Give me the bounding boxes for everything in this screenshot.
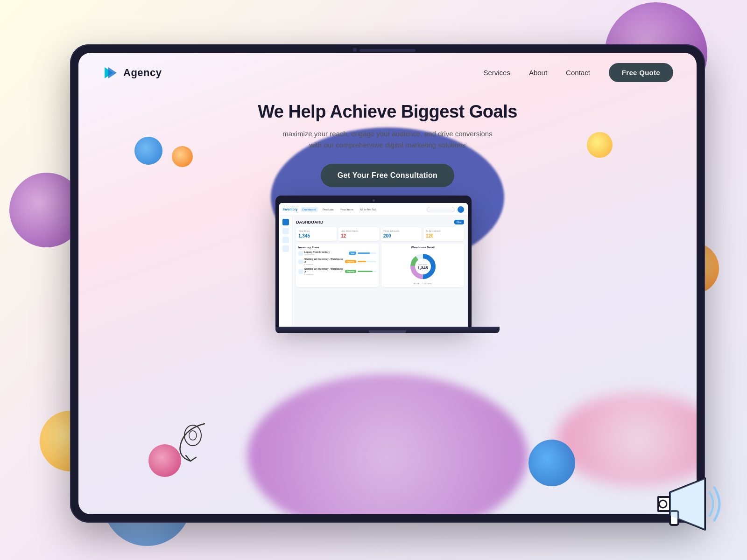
plan-bar-2 bbox=[358, 261, 376, 262]
dash-filter-button[interactable]: Filter bbox=[454, 220, 464, 224]
tablet-screen: Agency Services About Contact Free Quote… bbox=[78, 53, 697, 514]
sidebar-chart-icon[interactable] bbox=[282, 237, 289, 243]
dash-page-title: DASHBOARD bbox=[296, 220, 324, 224]
dash-plan-row-1: Legacy Train Inventory 10 products New bbox=[298, 251, 376, 256]
laptop-mockup: Inventory Dashboard Products Your Items … bbox=[78, 196, 697, 333]
dash-logo: Inventory bbox=[283, 208, 298, 211]
logo-text: Agency bbox=[123, 67, 162, 79]
dash-card-deliver: To be delivered 200 bbox=[381, 227, 422, 241]
donut-chart: Total Items 1,345 bbox=[409, 252, 437, 280]
dash-card-total-label: Total Items bbox=[298, 230, 334, 232]
laptop-camera-dot bbox=[373, 199, 375, 202]
plan-name-2: Starting W4 Inventory - Warehouse A bbox=[304, 258, 344, 263]
dash-card-lowstock: Low-Stock Items 12 bbox=[338, 227, 379, 241]
dash-warehouse-card: Warehouse Detail bbox=[381, 244, 464, 287]
dash-sidebar bbox=[279, 216, 292, 327]
dash-card-deliver-label: To be delivered bbox=[383, 230, 419, 232]
dash-warehouse-title: Warehouse Detail bbox=[411, 246, 434, 249]
dash-bottom-section: Inventory Plans Legacy Train Inventory 1… bbox=[296, 244, 464, 287]
laptop-base bbox=[275, 327, 500, 333]
inner-blob-purple bbox=[247, 374, 528, 514]
dash-avatar[interactable] bbox=[458, 206, 464, 213]
nav-about[interactable]: About bbox=[529, 69, 547, 77]
dash-card-lowstock-value: 12 bbox=[341, 233, 377, 238]
laptop-frame: Inventory Dashboard Products Your Items … bbox=[275, 196, 472, 327]
plan-sub-1: 10 products bbox=[304, 253, 347, 256]
dash-card-order-label: To be ordered bbox=[426, 230, 462, 232]
hero-title: We Help Achieve Biggest Goals bbox=[97, 102, 678, 122]
plan-icon-1 bbox=[298, 251, 303, 256]
logo-area[interactable]: Agency bbox=[102, 64, 162, 81]
plan-text-3: Starting W4 Inventory - Warehouse A 8 pr… bbox=[304, 267, 344, 275]
dash-plans-title: Inventory Plans bbox=[298, 246, 376, 249]
free-quote-button[interactable]: Free Quote bbox=[609, 63, 673, 82]
dash-card-lowstock-label: Low-Stock Items bbox=[341, 230, 377, 232]
dash-body: DASHBOARD Filter Total Items 1,345 bbox=[279, 216, 468, 327]
plan-bar-1 bbox=[358, 252, 376, 254]
tablet-notch bbox=[359, 49, 416, 52]
arrow-doodle bbox=[162, 419, 218, 468]
donut-total-value: 1,345 bbox=[417, 266, 428, 270]
donut-total-label: Total Items bbox=[417, 263, 428, 266]
dash-nav-products[interactable]: Products bbox=[321, 207, 336, 212]
sidebar-box-icon[interactable] bbox=[282, 228, 289, 234]
dash-card-total-value: 1,345 bbox=[298, 233, 334, 238]
plan-badge-3: Ongoing bbox=[345, 270, 356, 273]
dash-nav-all-tab[interactable]: All In-My-Tab bbox=[358, 207, 378, 212]
dash-plan-row-2: Starting W4 Inventory - Warehouse A 8 pr… bbox=[298, 258, 376, 266]
dash-main: DASHBOARD Filter Total Items 1,345 bbox=[292, 216, 468, 327]
inner-ball-blue-r bbox=[529, 440, 575, 486]
sidebar-settings-icon[interactable] bbox=[282, 245, 289, 252]
dash-stats-cards: Total Items 1,345 Low-Stock Items 12 bbox=[296, 227, 464, 241]
logo-icon bbox=[102, 64, 119, 81]
hero-section: We Help Achieve Biggest Goals maximize y… bbox=[78, 92, 697, 187]
dash-card-total: Total Items 1,345 bbox=[296, 227, 337, 241]
dash-inventory-plans: Inventory Plans Legacy Train Inventory 1… bbox=[296, 244, 379, 287]
tablet-frame: Agency Services About Contact Free Quote… bbox=[70, 44, 705, 523]
dash-card-order-value: 120 bbox=[426, 233, 462, 238]
dash-nav-dashboard[interactable]: Dashboard bbox=[301, 207, 318, 212]
dash-topbar: Inventory Dashboard Products Your Items … bbox=[279, 203, 468, 216]
navbar: Agency Services About Contact Free Quote bbox=[78, 53, 697, 92]
plan-sub-2: 8 products bbox=[304, 263, 344, 266]
svg-point-10 bbox=[659, 500, 667, 508]
dash-nav-your-items[interactable]: Your Items bbox=[338, 207, 355, 212]
plan-badge-1: New bbox=[349, 252, 356, 255]
sidebar-home-icon[interactable] bbox=[282, 219, 289, 225]
dashboard: Inventory Dashboard Products Your Items … bbox=[279, 203, 468, 327]
plan-text-2: Starting W4 Inventory - Warehouse A 8 pr… bbox=[304, 258, 344, 266]
svg-point-8 bbox=[189, 431, 197, 440]
dash-plan-row-3: Starting W4 Inventory - Warehouse A 8 pr… bbox=[298, 267, 376, 275]
megaphone-icon bbox=[649, 467, 724, 541]
hero-subtitle: maximize your reach, engage your audienc… bbox=[271, 128, 504, 151]
svg-marker-1 bbox=[108, 67, 117, 78]
donut-footer: All of A — 1,345 Items bbox=[414, 282, 432, 285]
nav-links: Services About Contact bbox=[483, 69, 590, 77]
dash-card-deliver-value: 200 bbox=[383, 233, 419, 238]
plan-name-3: Starting W4 Inventory - Warehouse A bbox=[304, 267, 344, 273]
nav-contact[interactable]: Contact bbox=[566, 69, 590, 77]
plan-icon-2 bbox=[298, 259, 303, 264]
donut-center-label: Total Items 1,345 bbox=[417, 263, 428, 270]
plan-icon-3 bbox=[298, 269, 303, 274]
plan-bar-3 bbox=[358, 271, 376, 272]
hero-cta-button[interactable]: Get Your Free Consultation bbox=[321, 164, 454, 187]
nav-services[interactable]: Services bbox=[483, 69, 510, 77]
plan-text-1: Legacy Train Inventory 10 products bbox=[304, 251, 347, 256]
laptop-screen: Inventory Dashboard Products Your Items … bbox=[279, 203, 468, 327]
dash-search[interactable] bbox=[427, 207, 455, 212]
dash-title-row: DASHBOARD Filter bbox=[296, 220, 464, 224]
dash-card-order: To be ordered 120 bbox=[423, 227, 464, 241]
plan-sub-3: 8 products bbox=[304, 273, 344, 275]
tablet-camera bbox=[353, 48, 357, 52]
plan-badge-2: Ongoing bbox=[345, 260, 356, 263]
